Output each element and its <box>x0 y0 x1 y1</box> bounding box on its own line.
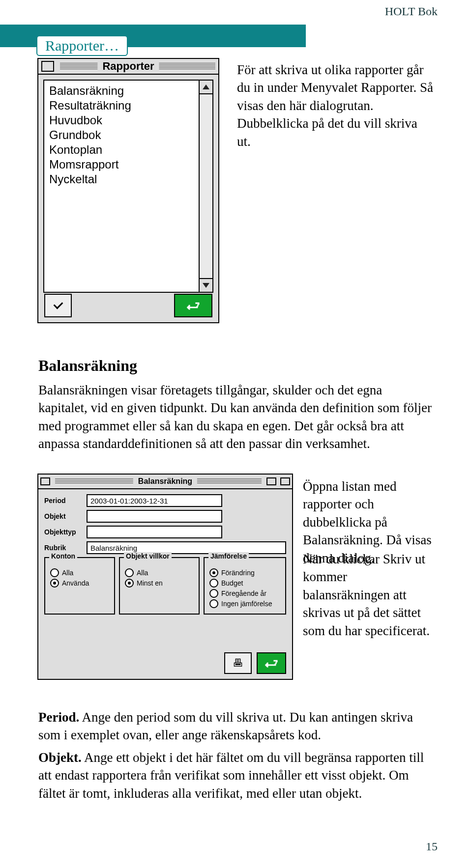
group-villkor: Objekt villkor Alla Minst en <box>119 557 200 615</box>
group-jamforelse-legend: Jämförelse <box>208 552 249 560</box>
list-item[interactable]: Huvudbok <box>49 113 194 128</box>
radio-label: Alla <box>62 569 73 577</box>
objekt-label: Objekt <box>44 512 87 520</box>
list-item[interactable]: Grundbok <box>49 128 194 142</box>
radio-label: Föregående år <box>221 589 266 597</box>
intro-text: För att skriva ut olika rapporter går du… <box>237 61 434 150</box>
printer-icon: 🖶 <box>233 657 243 670</box>
check-icon <box>53 299 63 309</box>
rapporter-title: Rapporter <box>97 60 159 73</box>
para-balans-desc: Balansräkningen visar företagets tillgån… <box>38 381 433 453</box>
rapporter-window: Rapporter Balansräkning Resultaträkning … <box>37 58 219 323</box>
radio-label: Budget <box>221 579 243 587</box>
enter-button[interactable]: ⮐ <box>257 652 286 674</box>
list-item[interactable]: Momsrapport <box>49 157 194 172</box>
reports-listbox[interactable]: Balansräkning Resultaträkning Huvudbok G… <box>43 80 213 293</box>
para-period-body: Ange den period som du vill skriva ut. D… <box>38 710 413 742</box>
close-icon[interactable] <box>41 61 54 72</box>
para-objekt-body: Ange ett objekt i det här fältet om du v… <box>38 750 424 801</box>
radio-konton-alla[interactable]: Alla <box>50 568 109 577</box>
radio-jam-forandring[interactable]: Förändring <box>209 568 280 577</box>
enter-icon: ⮐ <box>186 298 200 314</box>
print-button[interactable]: 🖶 <box>224 652 252 674</box>
radio-villkor-minst[interactable]: Minst en <box>125 579 194 588</box>
close-icon[interactable] <box>40 477 50 485</box>
section-banner: Rapporter… <box>0 25 306 47</box>
list-item[interactable]: Balansräkning <box>49 84 194 98</box>
radio-label: Minst en <box>137 579 163 587</box>
side-text-print: När du klickar Skriv ut kommer balansräk… <box>303 550 435 640</box>
rubrik-label: Rubrik <box>44 544 87 552</box>
radio-jam-budget[interactable]: Budget <box>209 579 280 588</box>
objekt-field[interactable] <box>87 510 222 523</box>
group-konton: Konton Alla Använda <box>44 557 115 615</box>
para-objekt: Objekt. Ange ett objekt i det här fältet… <box>38 749 433 802</box>
term-period: Period. <box>38 710 79 725</box>
radio-label: Alla <box>137 569 148 577</box>
group-villkor-legend: Objekt villkor <box>124 552 172 560</box>
para-period: Period. Ange den period som du vill skri… <box>38 708 433 744</box>
zoom-icon[interactable] <box>266 477 276 485</box>
balans-title: Balansräkning <box>133 477 197 486</box>
term-objekt: Objekt. <box>38 750 82 765</box>
radio-villkor-alla[interactable]: Alla <box>125 568 194 577</box>
confirm-button[interactable] <box>44 294 72 317</box>
collapse-icon[interactable] <box>280 477 290 485</box>
scroll-track[interactable] <box>200 94 212 278</box>
page-number: 15 <box>426 840 438 853</box>
scroll-down-icon[interactable] <box>200 278 212 292</box>
radio-label: Förändring <box>221 569 255 577</box>
balansrakning-window: Balansräkning Period 2003-01-01:2003-12-… <box>37 474 293 680</box>
list-item[interactable]: Resultaträkning <box>49 98 194 113</box>
objekttyp-label: Objekttyp <box>44 528 87 536</box>
list-item[interactable]: Nyckeltal <box>49 172 194 187</box>
heading-balansrakning: Balansräkning <box>38 357 137 375</box>
group-jamforelse: Jämförelse Förändring Budget Föregående … <box>204 557 286 615</box>
group-konton-legend: Konton <box>49 552 77 560</box>
rapporter-titlebar[interactable]: Rapporter <box>38 59 218 75</box>
balans-titlebar[interactable]: Balansräkning <box>38 475 292 489</box>
period-field[interactable]: 2003-01-01:2003-12-31 <box>87 494 222 507</box>
scrollbar[interactable] <box>199 81 212 292</box>
enter-icon: ⮐ <box>265 655 278 672</box>
radio-label: Ingen jämförelse <box>221 600 272 608</box>
enter-button[interactable]: ⮐ <box>174 294 212 317</box>
header-product-name: HOLT Bok <box>385 5 438 18</box>
section-title: Rapporter… <box>36 35 128 56</box>
radio-konton-anvanda[interactable]: Använda <box>50 579 109 588</box>
objekttyp-field[interactable] <box>87 526 222 538</box>
list-item[interactable]: Kontoplan <box>49 142 194 157</box>
radio-jam-foregaende[interactable]: Föregående år <box>209 589 280 598</box>
rubrik-field[interactable]: Balansräkning <box>87 541 286 554</box>
radio-label: Använda <box>62 579 89 587</box>
radio-jam-ingen[interactable]: Ingen jämförelse <box>209 599 280 608</box>
period-label: Period <box>44 497 87 504</box>
scroll-up-icon[interactable] <box>200 81 212 94</box>
